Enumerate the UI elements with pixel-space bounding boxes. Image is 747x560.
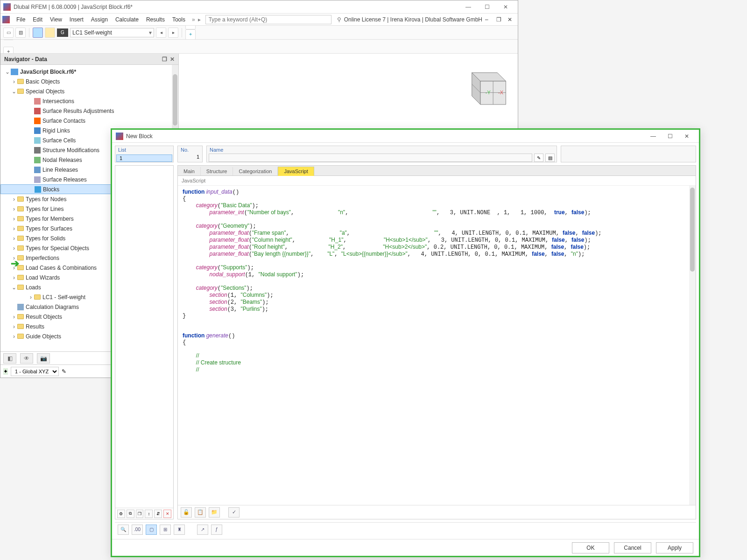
search-input[interactable]	[205, 15, 331, 24]
tree-item-surface-results-adjustments[interactable]: Surface Results Adjustments	[0, 106, 178, 116]
menu-assign[interactable]: Assign	[87, 15, 112, 24]
tab-categorization[interactable]: Categorization	[233, 167, 278, 175]
nav-tab-camera-icon[interactable]: 📷	[37, 353, 50, 364]
tb1-btn-3[interactable]	[33, 28, 43, 38]
cancel-button[interactable]: Cancel	[614, 542, 651, 553]
code-scrollbar[interactable]	[689, 186, 696, 505]
list-selected-item[interactable]: 1	[116, 154, 172, 162]
tb1-btn-4[interactable]	[45, 28, 55, 38]
ok-button[interactable]: OK	[572, 542, 609, 553]
menu-results[interactable]: Results	[142, 15, 169, 24]
tb1-prev[interactable]: ◂	[156, 28, 166, 38]
btm-view-icon[interactable]: ▢	[146, 525, 157, 535]
expand-icon[interactable]: ›	[11, 235, 17, 242]
tree-label: Imperfections	[26, 255, 59, 261]
dialog-close-button[interactable]: ✕	[678, 131, 695, 141]
search-advanced-icon[interactable]: ⚲	[337, 16, 341, 23]
menu-tools[interactable]: Tools	[169, 15, 189, 24]
apply-button[interactable]: Apply	[656, 542, 693, 553]
minimize-button[interactable]: —	[459, 1, 478, 13]
menu-file[interactable]: File	[13, 15, 29, 24]
tree-label: Results	[26, 323, 44, 330]
lc-select[interactable]: LC1 Self-weight ▾	[70, 28, 154, 37]
undock-icon[interactable]: ❐	[162, 56, 167, 63]
tb2-rest-btn-19[interactable]: ✦	[3, 40, 14, 40]
btm-grid-icon[interactable]: ⊞	[160, 525, 171, 535]
code-tb-paste-icon[interactable]: 📋	[195, 507, 206, 518]
btm-units-icon[interactable]: .00	[132, 525, 143, 535]
list-tb-filter-icon[interactable]: ⇵	[154, 510, 162, 518]
code-body[interactable]: function input_data() { category("Basic …	[178, 186, 696, 505]
menu-insert[interactable]: Insert	[66, 15, 87, 24]
mdi-restore-icon[interactable]: ❐	[496, 16, 505, 23]
dialog-minimize-button[interactable]: —	[645, 131, 662, 141]
tb2-rest-btn-20[interactable]: ✦	[3, 47, 14, 54]
expand-icon[interactable]: ⌄	[11, 284, 17, 291]
expand-icon[interactable]: ›	[11, 78, 17, 85]
code-text[interactable]: function input_data() { category("Basic …	[183, 189, 691, 373]
maximize-button[interactable]: ☐	[478, 1, 496, 13]
list-tb-copy-icon[interactable]: ⧉	[127, 510, 134, 518]
tree-basic-objects[interactable]: › Basic Objects	[0, 77, 178, 86]
list-tb-gear-icon[interactable]: ⚙	[117, 510, 125, 518]
btm-script-icon[interactable]: ƒ	[211, 525, 222, 535]
expand-icon[interactable]: ›	[11, 333, 17, 340]
tree-item-surface-contacts[interactable]: Surface Contacts	[0, 116, 178, 126]
expand-icon[interactable]: ›	[11, 274, 17, 281]
expand-icon[interactable]: ›	[11, 216, 17, 222]
tree-root[interactable]: ⌄ JavaScript Block.rf6*	[0, 67, 178, 77]
list-tb-delete-icon[interactable]: ✕	[163, 510, 171, 518]
coord-system-select[interactable]: 1 - Global XYZ	[11, 367, 59, 376]
tree-special-objects[interactable]: ⌄ Special Objects	[0, 86, 178, 96]
close-panel-icon[interactable]: ✕	[170, 56, 175, 63]
nav-tab-data-icon[interactable]: ◧	[3, 353, 16, 364]
expand-icon[interactable]: ›	[11, 245, 17, 252]
tb1-btn-1[interactable]: ▭	[3, 28, 14, 38]
list-tb-sort-icon[interactable]: ↕	[145, 510, 153, 518]
expand-icon[interactable]: ›	[11, 314, 17, 320]
coord-icon[interactable]: ✦	[3, 368, 8, 375]
code-tb-lock-icon[interactable]: 🔓	[181, 507, 192, 518]
btm-tree-icon[interactable]: ♜	[174, 525, 185, 535]
orientation-cube-icon[interactable]: -Y -X	[459, 62, 510, 109]
expand-icon[interactable]: ⌄	[4, 69, 11, 75]
coord-edit-icon[interactable]: ✎	[62, 368, 66, 375]
menu-view[interactable]: View	[46, 15, 66, 24]
menu-edit[interactable]: Edit	[29, 15, 46, 24]
tb1-next[interactable]: ▸	[168, 28, 178, 38]
list-tb-dup-icon[interactable]: ❐	[136, 510, 144, 518]
nav-tab-eye-icon[interactable]: 👁	[20, 353, 33, 364]
menubar: FileEditViewInsertAssignCalculateResults…	[0, 14, 518, 26]
tb1-rest-btn-13[interactable]: ✦	[185, 29, 196, 40]
object-icon	[34, 147, 41, 154]
tree-item-intersections[interactable]: Intersections	[0, 96, 178, 106]
code-tb-check-icon[interactable]: ✓	[228, 507, 240, 518]
folder-icon	[17, 89, 24, 94]
tab-javascript[interactable]: JavaScript	[278, 167, 314, 176]
close-button[interactable]: ✕	[496, 1, 515, 13]
mdi-minimize-icon[interactable]: –	[485, 16, 493, 23]
name-edit-icon[interactable]: ✎	[534, 154, 543, 162]
tab-structure[interactable]: Structure	[201, 167, 233, 175]
expand-icon[interactable]: ›	[11, 225, 17, 232]
btm-export-icon[interactable]: ↗	[197, 525, 208, 535]
tree-label: Surface Releases	[42, 176, 87, 183]
btm-magnify-icon[interactable]: 🔍	[118, 525, 129, 535]
tree-label: Line Releases	[42, 167, 78, 173]
tab-main[interactable]: Main	[178, 167, 201, 175]
name-input[interactable]	[209, 154, 532, 162]
menu-overflow[interactable]: »	[192, 16, 195, 23]
name-book-icon[interactable]: ▤	[545, 154, 555, 162]
tb1-btn-2[interactable]: ▧	[15, 28, 26, 38]
expand-icon[interactable]: ›	[11, 196, 17, 203]
menu-calculate[interactable]: Calculate	[112, 15, 142, 24]
collapse-icon[interactable]: ⌄	[11, 88, 17, 95]
expand-icon[interactable]: ›	[11, 323, 17, 330]
code-tb-folder-icon[interactable]: 📁	[209, 507, 220, 518]
expand-icon[interactable]: ›	[11, 206, 17, 212]
tb1-rest-btn-12[interactable]: ✦	[185, 26, 196, 29]
dialog-maximize-button[interactable]: ☐	[662, 131, 678, 141]
mdi-close-icon[interactable]: ✕	[507, 16, 516, 23]
expand-icon[interactable]: ›	[28, 294, 34, 301]
tree-label: Calculation Diagrams	[26, 304, 79, 310]
